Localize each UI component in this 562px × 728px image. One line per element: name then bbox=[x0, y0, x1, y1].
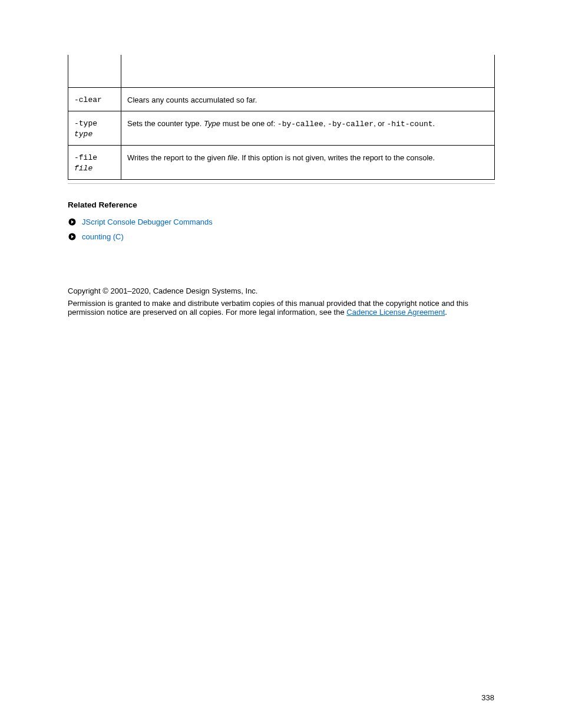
table-row: -clearClears any counts accumulated so f… bbox=[68, 87, 495, 111]
option-cell: -clear bbox=[68, 87, 121, 111]
related-link-item: counting (C) bbox=[68, 232, 495, 241]
arrow-right-icon bbox=[68, 218, 76, 226]
arrow-right-icon bbox=[68, 233, 76, 241]
table-row: -file fileWrites the report to the given… bbox=[68, 146, 495, 180]
option-cell: -file file bbox=[68, 146, 121, 180]
options-table: -clearClears any counts accumulated so f… bbox=[68, 55, 495, 180]
table-row: -type typeSets the counter type. Type mu… bbox=[68, 111, 495, 146]
related-heading: Related Reference bbox=[68, 200, 495, 209]
description-cell bbox=[121, 55, 495, 87]
page-footer: Copyright © 2001–2020, Cadence Design Sy… bbox=[68, 286, 495, 317]
copyright-text: Copyright © 2001–2020, Cadence Design Sy… bbox=[68, 286, 495, 295]
description-cell: Clears any counts accumulated so far. bbox=[121, 87, 495, 111]
permission-text: Permission is granted to make and distri… bbox=[68, 299, 495, 317]
option-cell bbox=[68, 55, 121, 87]
table-row bbox=[68, 55, 495, 87]
description-cell: Writes the report to the given file. If … bbox=[121, 146, 495, 180]
section-divider bbox=[68, 183, 495, 184]
permission-suffix: . bbox=[445, 308, 447, 317]
page-number: 338 bbox=[481, 693, 494, 702]
option-cell: -type type bbox=[68, 111, 121, 146]
related-link[interactable]: JScript Console Debugger Commands bbox=[82, 218, 213, 226]
description-cell: Sets the counter type. Type must be one … bbox=[121, 111, 495, 146]
related-link[interactable]: counting (C) bbox=[82, 232, 124, 241]
related-link-item: JScript Console Debugger Commands bbox=[68, 218, 495, 226]
license-link[interactable]: Cadence License Agreement bbox=[346, 308, 445, 317]
related-reference-section: Related Reference JScript Console Debugg… bbox=[68, 200, 495, 241]
